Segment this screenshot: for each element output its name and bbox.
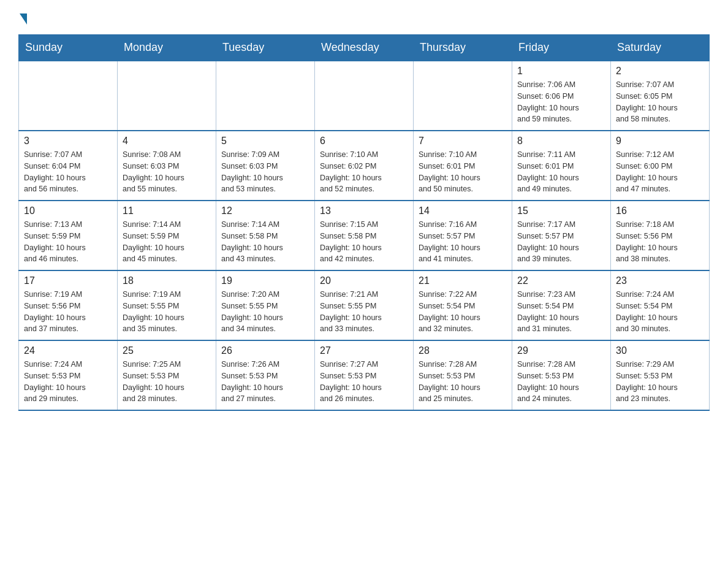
day-info: Sunrise: 7:06 AM Sunset: 6:06 PM Dayligh… bbox=[517, 79, 605, 125]
day-number: 8 bbox=[517, 136, 605, 147]
day-number: 29 bbox=[517, 345, 605, 356]
calendar-cell: 30Sunrise: 7:29 AM Sunset: 5:53 PM Dayli… bbox=[611, 340, 710, 410]
day-number: 23 bbox=[616, 275, 704, 286]
day-number: 20 bbox=[320, 275, 408, 286]
day-info: Sunrise: 7:26 AM Sunset: 5:53 PM Dayligh… bbox=[221, 359, 309, 405]
calendar-cell: 2Sunrise: 7:07 AM Sunset: 6:05 PM Daylig… bbox=[611, 61, 710, 131]
calendar-cell: 26Sunrise: 7:26 AM Sunset: 5:53 PM Dayli… bbox=[216, 340, 315, 410]
day-number: 7 bbox=[419, 136, 507, 147]
calendar-cell: 17Sunrise: 7:19 AM Sunset: 5:56 PM Dayli… bbox=[19, 270, 118, 340]
week-row-4: 17Sunrise: 7:19 AM Sunset: 5:56 PM Dayli… bbox=[19, 270, 710, 340]
day-number: 6 bbox=[320, 136, 408, 147]
calendar-cell: 9Sunrise: 7:12 AM Sunset: 6:00 PM Daylig… bbox=[611, 131, 710, 201]
calendar-cell: 11Sunrise: 7:14 AM Sunset: 5:59 PM Dayli… bbox=[118, 201, 216, 270]
day-info: Sunrise: 7:07 AM Sunset: 6:05 PM Dayligh… bbox=[616, 79, 704, 125]
day-number: 26 bbox=[221, 345, 309, 356]
day-info: Sunrise: 7:08 AM Sunset: 6:03 PM Dayligh… bbox=[123, 149, 211, 195]
day-info: Sunrise: 7:21 AM Sunset: 5:55 PM Dayligh… bbox=[320, 289, 408, 335]
calendar-cell: 1Sunrise: 7:06 AM Sunset: 6:06 PM Daylig… bbox=[512, 61, 611, 131]
day-info: Sunrise: 7:20 AM Sunset: 5:55 PM Dayligh… bbox=[221, 289, 309, 335]
day-number: 25 bbox=[123, 345, 211, 356]
day-info: Sunrise: 7:19 AM Sunset: 5:56 PM Dayligh… bbox=[24, 289, 112, 335]
day-number: 19 bbox=[221, 275, 309, 286]
day-info: Sunrise: 7:28 AM Sunset: 5:53 PM Dayligh… bbox=[419, 359, 507, 405]
day-number: 2 bbox=[616, 66, 704, 77]
logo-arrow-icon bbox=[20, 13, 27, 25]
col-header-friday: Friday bbox=[512, 35, 611, 61]
logo bbox=[18, 12, 27, 23]
day-info: Sunrise: 7:10 AM Sunset: 6:01 PM Dayligh… bbox=[419, 149, 507, 195]
day-info: Sunrise: 7:14 AM Sunset: 5:58 PM Dayligh… bbox=[221, 219, 309, 265]
calendar-cell: 13Sunrise: 7:15 AM Sunset: 5:58 PM Dayli… bbox=[315, 201, 414, 270]
calendar-cell: 10Sunrise: 7:13 AM Sunset: 5:59 PM Dayli… bbox=[19, 201, 118, 270]
calendar-cell: 18Sunrise: 7:19 AM Sunset: 5:55 PM Dayli… bbox=[118, 270, 216, 340]
week-row-5: 24Sunrise: 7:24 AM Sunset: 5:53 PM Dayli… bbox=[19, 340, 710, 410]
day-info: Sunrise: 7:24 AM Sunset: 5:54 PM Dayligh… bbox=[616, 289, 704, 335]
day-number: 3 bbox=[24, 136, 112, 147]
day-number: 14 bbox=[419, 205, 507, 216]
day-number: 5 bbox=[221, 136, 309, 147]
day-info: Sunrise: 7:22 AM Sunset: 5:54 PM Dayligh… bbox=[419, 289, 507, 335]
day-info: Sunrise: 7:14 AM Sunset: 5:59 PM Dayligh… bbox=[123, 219, 211, 265]
day-info: Sunrise: 7:16 AM Sunset: 5:57 PM Dayligh… bbox=[419, 219, 507, 265]
day-info: Sunrise: 7:19 AM Sunset: 5:55 PM Dayligh… bbox=[123, 289, 211, 335]
day-info: Sunrise: 7:27 AM Sunset: 5:53 PM Dayligh… bbox=[320, 359, 408, 405]
col-header-sunday: Sunday bbox=[19, 35, 118, 61]
day-number: 17 bbox=[24, 275, 112, 286]
day-number: 16 bbox=[616, 205, 704, 216]
calendar-cell bbox=[19, 61, 118, 131]
calendar-cell: 3Sunrise: 7:07 AM Sunset: 6:04 PM Daylig… bbox=[19, 131, 118, 201]
day-info: Sunrise: 7:24 AM Sunset: 5:53 PM Dayligh… bbox=[24, 359, 112, 405]
day-info: Sunrise: 7:17 AM Sunset: 5:57 PM Dayligh… bbox=[517, 219, 605, 265]
calendar-cell bbox=[414, 61, 512, 131]
calendar-cell: 6Sunrise: 7:10 AM Sunset: 6:02 PM Daylig… bbox=[315, 131, 414, 201]
day-info: Sunrise: 7:28 AM Sunset: 5:53 PM Dayligh… bbox=[517, 359, 605, 405]
day-number: 1 bbox=[517, 66, 605, 77]
week-row-1: 1Sunrise: 7:06 AM Sunset: 6:06 PM Daylig… bbox=[19, 61, 710, 131]
calendar-cell: 20Sunrise: 7:21 AM Sunset: 5:55 PM Dayli… bbox=[315, 270, 414, 340]
day-number: 27 bbox=[320, 345, 408, 356]
day-info: Sunrise: 7:07 AM Sunset: 6:04 PM Dayligh… bbox=[24, 149, 112, 195]
calendar-cell: 14Sunrise: 7:16 AM Sunset: 5:57 PM Dayli… bbox=[414, 201, 512, 270]
page-header bbox=[18, 12, 710, 23]
day-number: 22 bbox=[517, 275, 605, 286]
day-number: 13 bbox=[320, 205, 408, 216]
day-number: 21 bbox=[419, 275, 507, 286]
calendar-cell: 19Sunrise: 7:20 AM Sunset: 5:55 PM Dayli… bbox=[216, 270, 315, 340]
col-header-wednesday: Wednesday bbox=[315, 35, 414, 61]
day-number: 28 bbox=[419, 345, 507, 356]
calendar-cell bbox=[216, 61, 315, 131]
col-header-thursday: Thursday bbox=[414, 35, 512, 61]
calendar-cell: 4Sunrise: 7:08 AM Sunset: 6:03 PM Daylig… bbox=[118, 131, 216, 201]
calendar-cell: 27Sunrise: 7:27 AM Sunset: 5:53 PM Dayli… bbox=[315, 340, 414, 410]
day-number: 12 bbox=[221, 205, 309, 216]
col-header-tuesday: Tuesday bbox=[216, 35, 315, 61]
day-info: Sunrise: 7:29 AM Sunset: 5:53 PM Dayligh… bbox=[616, 359, 704, 405]
calendar-cell: 8Sunrise: 7:11 AM Sunset: 6:01 PM Daylig… bbox=[512, 131, 611, 201]
calendar-header-row: SundayMondayTuesdayWednesdayThursdayFrid… bbox=[19, 35, 710, 61]
calendar-cell: 12Sunrise: 7:14 AM Sunset: 5:58 PM Dayli… bbox=[216, 201, 315, 270]
day-info: Sunrise: 7:23 AM Sunset: 5:54 PM Dayligh… bbox=[517, 289, 605, 335]
day-number: 9 bbox=[616, 136, 704, 147]
col-header-monday: Monday bbox=[118, 35, 216, 61]
calendar-cell: 7Sunrise: 7:10 AM Sunset: 6:01 PM Daylig… bbox=[414, 131, 512, 201]
day-info: Sunrise: 7:09 AM Sunset: 6:03 PM Dayligh… bbox=[221, 149, 309, 195]
day-info: Sunrise: 7:13 AM Sunset: 5:59 PM Dayligh… bbox=[24, 219, 112, 265]
day-info: Sunrise: 7:12 AM Sunset: 6:00 PM Dayligh… bbox=[616, 149, 704, 195]
day-info: Sunrise: 7:15 AM Sunset: 5:58 PM Dayligh… bbox=[320, 219, 408, 265]
calendar-cell: 25Sunrise: 7:25 AM Sunset: 5:53 PM Dayli… bbox=[118, 340, 216, 410]
calendar-cell: 28Sunrise: 7:28 AM Sunset: 5:53 PM Dayli… bbox=[414, 340, 512, 410]
calendar-cell: 15Sunrise: 7:17 AM Sunset: 5:57 PM Dayli… bbox=[512, 201, 611, 270]
day-number: 24 bbox=[24, 345, 112, 356]
calendar-cell: 5Sunrise: 7:09 AM Sunset: 6:03 PM Daylig… bbox=[216, 131, 315, 201]
week-row-3: 10Sunrise: 7:13 AM Sunset: 5:59 PM Dayli… bbox=[19, 201, 710, 270]
day-info: Sunrise: 7:10 AM Sunset: 6:02 PM Dayligh… bbox=[320, 149, 408, 195]
day-info: Sunrise: 7:25 AM Sunset: 5:53 PM Dayligh… bbox=[123, 359, 211, 405]
day-number: 15 bbox=[517, 205, 605, 216]
day-number: 4 bbox=[123, 136, 211, 147]
day-number: 11 bbox=[123, 205, 211, 216]
calendar-table: SundayMondayTuesdayWednesdayThursdayFrid… bbox=[18, 34, 710, 411]
calendar-cell: 23Sunrise: 7:24 AM Sunset: 5:54 PM Dayli… bbox=[611, 270, 710, 340]
col-header-saturday: Saturday bbox=[611, 35, 710, 61]
calendar-cell: 24Sunrise: 7:24 AM Sunset: 5:53 PM Dayli… bbox=[19, 340, 118, 410]
